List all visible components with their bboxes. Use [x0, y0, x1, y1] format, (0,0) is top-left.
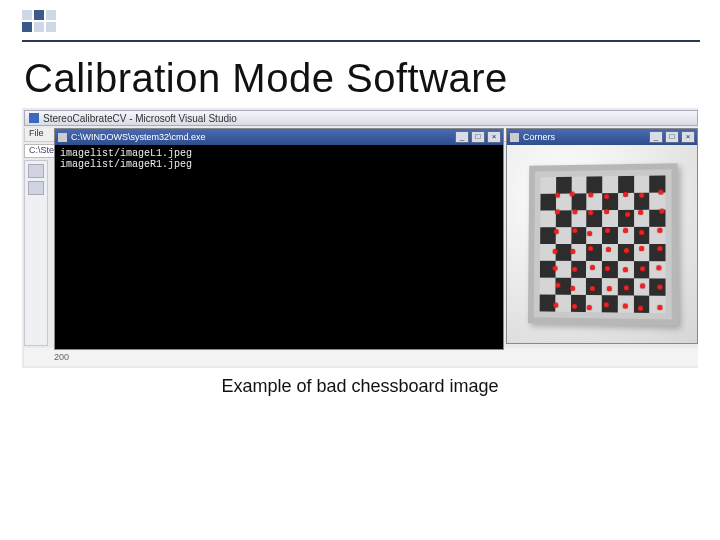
- detected-corner-dot: [657, 284, 662, 289]
- chessboard-target: [528, 163, 678, 325]
- detected-corner-dot: [604, 194, 609, 199]
- slide: Calibration Mode Software StereoCalibrat…: [0, 0, 720, 540]
- close-button[interactable]: ×: [487, 131, 501, 143]
- cmd-titlebar[interactable]: C:\WINDOWS\system32\cmd.exe _ □ ×: [55, 129, 503, 145]
- detected-corner-dot: [623, 303, 628, 308]
- maximize-button[interactable]: □: [665, 131, 679, 143]
- detected-corner-dot: [553, 265, 558, 270]
- menu-file[interactable]: File: [29, 128, 44, 138]
- detected-corner-dot: [625, 212, 630, 217]
- detected-corner-dot: [587, 231, 592, 236]
- detected-corner-dot: [570, 249, 575, 254]
- maximize-button[interactable]: □: [471, 131, 485, 143]
- minimize-button[interactable]: _: [649, 131, 663, 143]
- chess-square: [555, 244, 571, 261]
- chess-square: [587, 176, 603, 193]
- chess-square: [634, 176, 650, 193]
- cmd-icon: [58, 133, 67, 142]
- chess-square: [540, 278, 555, 295]
- calibration-image-view: [507, 145, 697, 343]
- detected-corner-dot: [572, 209, 577, 214]
- ide-title: StereoCalibrateCV - Microsoft Visual Stu…: [43, 113, 237, 124]
- vs-icon: [29, 113, 39, 123]
- corners-window[interactable]: Corners _ □ ×: [506, 128, 698, 344]
- detected-corner-dot: [624, 248, 629, 253]
- chess-square: [618, 176, 634, 193]
- detected-corner-dot: [640, 266, 645, 271]
- chess-square: [540, 227, 555, 244]
- detected-corner-dot: [639, 246, 644, 251]
- detected-corner-dot: [640, 283, 645, 288]
- ide-left-gutter: [24, 160, 48, 346]
- detected-corner-dot: [572, 304, 577, 309]
- detected-corner-dot: [555, 283, 560, 288]
- corners-title: Corners: [523, 132, 555, 142]
- detected-corner-dot: [572, 266, 577, 271]
- close-button[interactable]: ×: [681, 131, 695, 143]
- detected-corner-dot: [570, 285, 575, 290]
- chess-square: [586, 261, 602, 278]
- chess-square: [649, 193, 665, 210]
- cmd-window[interactable]: C:\WINDOWS\system32\cmd.exe _ □ × imagel…: [54, 128, 504, 350]
- chess-square: [556, 177, 571, 194]
- detected-corner-dot: [604, 209, 609, 214]
- cmd-output[interactable]: imagelist/imageL1.jpeg imagelist/imageR1…: [55, 145, 503, 349]
- chess-square: [541, 177, 556, 194]
- detected-corner-dot: [639, 230, 644, 235]
- corners-titlebar[interactable]: Corners _ □ ×: [507, 129, 697, 145]
- screenshot-region: StereoCalibrateCV - Microsoft Visual Stu…: [22, 108, 698, 368]
- detected-corner-dot: [606, 247, 611, 252]
- ide-status-text: 200: [54, 352, 69, 362]
- detected-corner-dot: [624, 285, 629, 290]
- caption-text: Example of bad chessboard image: [0, 376, 720, 397]
- chess-square: [555, 261, 571, 278]
- image-icon: [510, 133, 519, 142]
- gutter-icon[interactable]: [28, 164, 44, 178]
- cmd-title: C:\WINDOWS\system32\cmd.exe: [71, 132, 206, 142]
- chess-square: [602, 176, 618, 193]
- minimize-button[interactable]: _: [455, 131, 469, 143]
- detected-corner-dot: [623, 192, 628, 197]
- chess-square: [540, 194, 555, 211]
- ide-statusbar: 200: [24, 348, 698, 366]
- detected-corner-dot: [555, 193, 560, 198]
- slide-title: Calibration Mode Software: [24, 56, 508, 101]
- chess-square: [540, 210, 555, 227]
- horizontal-rule: [22, 40, 700, 42]
- detected-corner-dot: [622, 267, 627, 272]
- detected-corner-dot: [553, 302, 558, 307]
- ide-titlebar: StereoCalibrateCV - Microsoft Visual Stu…: [24, 110, 698, 126]
- gutter-icon[interactable]: [28, 181, 44, 195]
- detected-corner-dot: [657, 246, 662, 251]
- corner-decoration: [22, 10, 56, 32]
- detected-corner-dot: [572, 228, 577, 233]
